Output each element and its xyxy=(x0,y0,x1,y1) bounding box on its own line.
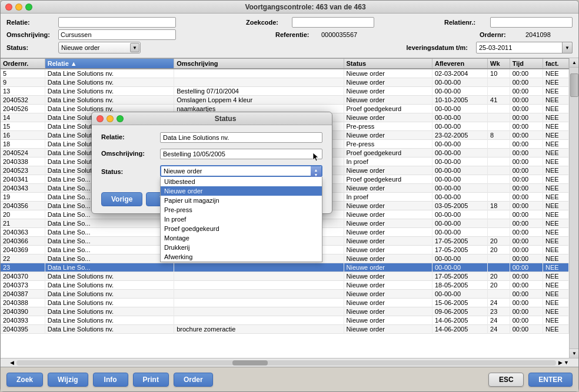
cell-wk: 8 xyxy=(488,131,510,140)
cell-relatie: Data Line So... xyxy=(45,228,174,237)
cell-omschrijving: Bestelling 07/10/2004 xyxy=(174,87,344,96)
dropdown-item[interactable]: Montage xyxy=(161,233,322,243)
dropdown-item[interactable]: Pre-press xyxy=(161,205,322,215)
cell-afleveren: 00-00-00 xyxy=(432,122,487,131)
cell-relatie: Data Line Solutions nv. xyxy=(45,78,174,87)
cell-ordernr: 2040369 xyxy=(1,246,45,254)
hscroll-down-icon[interactable]: ▼ xyxy=(564,360,569,366)
order-button[interactable]: Order xyxy=(174,373,213,387)
cell-status: Nieuwe order xyxy=(344,113,432,122)
cell-ordernr: 2040387 xyxy=(1,290,45,299)
wijzig-button[interactable]: Wijzig xyxy=(48,373,88,387)
table-row[interactable]: 2040395Data Line Solutions nv.brochure z… xyxy=(1,325,569,334)
dialog-traffic-lights xyxy=(96,115,124,122)
table-row[interactable]: 2040373Data Line Solutions nv.Nieuwe ord… xyxy=(1,281,569,290)
dialog-close-button[interactable] xyxy=(96,115,104,122)
print-button[interactable]: Print xyxy=(133,373,169,387)
table-row[interactable]: 13Data Line Solutions nv.Bestelling 07/1… xyxy=(1,87,569,96)
cell-fact: NEE xyxy=(543,193,569,202)
levering-input-wrapper: ▼ xyxy=(476,42,573,53)
cell-afleveren: 00-00-00 xyxy=(432,290,487,299)
form-row-1: Relatie: Zoekcode: Relatienr.: xyxy=(6,17,573,28)
col-header-afleveren[interactable]: Afleveren xyxy=(432,59,487,69)
col-header-wk[interactable]: Wk xyxy=(488,59,510,69)
cell-status: Pre-press xyxy=(344,140,432,149)
dialog-status-dropdown-arrow-icon[interactable]: ▲ ▼ xyxy=(311,166,321,178)
dialog-minimize-button[interactable] xyxy=(107,115,114,122)
dialog-maximize-button[interactable] xyxy=(117,115,124,122)
dropdown-item[interactable]: Drukkerij xyxy=(161,243,322,252)
levering-date-arrow-icon[interactable]: ▼ xyxy=(562,42,573,53)
table-row[interactable]: 9Data Line Solutions nv.Nieuwe order00-0… xyxy=(1,78,569,87)
col-header-fact[interactable]: fact. xyxy=(543,59,569,69)
maximize-button[interactable] xyxy=(25,4,32,11)
table-row[interactable]: 2040387Data Line Solutions nv.Nieuwe ord… xyxy=(1,290,569,299)
omschrijving-input[interactable] xyxy=(58,29,176,40)
cell-ordernr: 15 xyxy=(1,122,45,131)
minimize-button[interactable] xyxy=(15,4,22,11)
main-window: Voortgangscontrole: 463 van de 463 Relat… xyxy=(0,0,579,392)
hscroll-left-icon[interactable]: ◀ xyxy=(10,360,14,366)
scroll-down-button[interactable]: ▼ xyxy=(570,349,578,358)
relatienr-label: Relatienr.: xyxy=(444,19,485,26)
dropdown-item[interactable]: Nieuwe order xyxy=(161,186,322,196)
hscroll-track[interactable] xyxy=(16,360,556,366)
cell-afleveren: 09-06-2005 xyxy=(432,307,487,316)
scroll-up-button[interactable]: ▲ xyxy=(570,58,578,68)
relatie-input[interactable] xyxy=(58,17,176,28)
cell-afleveren: 17-05-2005 xyxy=(432,246,487,254)
cell-tijd: 00:00 xyxy=(510,87,543,96)
table-row[interactable]: 2040393Data Line Solutions nv.Nieuwe ord… xyxy=(1,316,569,325)
zoekcode-input[interactable] xyxy=(292,17,374,28)
status-select[interactable]: Nieuwe order xyxy=(58,42,141,53)
dropdown-item[interactable]: In proef xyxy=(161,215,322,224)
cell-fact: NEE xyxy=(543,290,569,299)
cell-status: Nieuwe order xyxy=(344,210,432,219)
col-header-ordernr[interactable]: Ordernr. xyxy=(1,59,45,69)
cell-ordernr: 2040370 xyxy=(1,272,45,281)
close-button[interactable] xyxy=(5,4,12,11)
esc-button[interactable]: ESC xyxy=(488,373,524,387)
horizontal-scrollbar[interactable]: ◀ ▶ ▼ xyxy=(1,358,578,367)
dialog-status-field[interactable]: Nieuwe order ▲ ▼ xyxy=(160,165,322,177)
vorige-button[interactable]: Vorige xyxy=(101,192,142,206)
table-row[interactable]: 5Data Line Solutions nv.Nieuwe order02-0… xyxy=(1,69,569,78)
cell-tijd: 00:00 xyxy=(510,175,543,184)
form-row-2: Omschrijving: Referentie: 0000035567 Ord… xyxy=(6,29,573,40)
col-header-tijd[interactable]: Tijd xyxy=(510,59,543,69)
zoek-button[interactable]: Zoek xyxy=(6,373,43,387)
form-row-3: Status: Nieuwe order ▼ leveringsdatum t/… xyxy=(6,42,573,53)
table-row[interactable]: 23Data Line So...Nieuwe order00-00-0000:… xyxy=(1,263,569,272)
table-row[interactable]: 2040532Data Line Solutions nv.Omslagen L… xyxy=(1,96,569,105)
table-row[interactable]: 2040390Data Line Solutions nv.Nieuwe ord… xyxy=(1,307,569,316)
table-row[interactable]: 2040370Data Line Solutions nv.Nieuwe ord… xyxy=(1,272,569,281)
relatienr-input[interactable] xyxy=(490,17,573,28)
col-header-status[interactable]: Status xyxy=(344,59,432,69)
table-row[interactable]: 2040388Data Line Solutions nv.Nieuwe ord… xyxy=(1,299,569,307)
info-button[interactable]: Info xyxy=(93,373,128,387)
scroll-thumb[interactable] xyxy=(570,73,578,97)
scroll-track[interactable] xyxy=(570,68,578,349)
cell-afleveren: 14-06-2005 xyxy=(432,316,487,325)
dropdown-item[interactable]: Proef goedgekeurd xyxy=(161,224,322,233)
levering-label: leveringsdatum t/m: xyxy=(391,44,468,51)
dropdown-item[interactable]: Uitbesteed xyxy=(161,177,322,186)
col-header-omschrijving[interactable]: Omschrijving xyxy=(174,59,344,69)
cell-omschrijving xyxy=(174,307,344,316)
hscroll-thumb[interactable] xyxy=(232,360,268,366)
cell-fact: NEE xyxy=(543,158,569,166)
enter-button[interactable]: ENTER xyxy=(528,373,573,387)
window-title: Voortgangscontrole: 463 van de 463 xyxy=(37,3,574,11)
status-select-wrapper: Nieuwe order ▼ xyxy=(58,42,141,53)
cell-fact: NEE xyxy=(543,254,569,263)
cell-wk xyxy=(488,78,510,87)
cell-relatie: Data Line So... xyxy=(45,263,174,272)
cell-afleveren: 00-00-00 xyxy=(432,166,487,175)
dropdown-item[interactable]: Afwerking xyxy=(161,252,322,262)
hscroll-right-icon[interactable]: ▶ xyxy=(558,360,563,366)
cell-tijd: 00:00 xyxy=(510,105,543,113)
levering-input[interactable] xyxy=(476,42,573,53)
cell-status: Nieuwe order xyxy=(344,237,432,246)
dropdown-item[interactable]: Papier uit magazijn xyxy=(161,196,322,205)
col-header-relatie[interactable]: Relatie ▲ xyxy=(45,59,174,69)
